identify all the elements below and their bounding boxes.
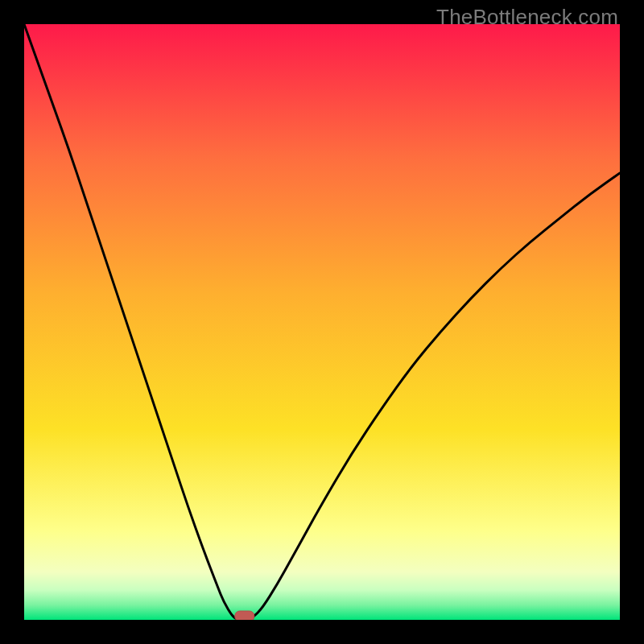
bottleneck-chart	[24, 24, 620, 620]
gradient-background	[24, 24, 620, 620]
min-marker	[235, 611, 254, 620]
chart-container	[24, 24, 620, 620]
